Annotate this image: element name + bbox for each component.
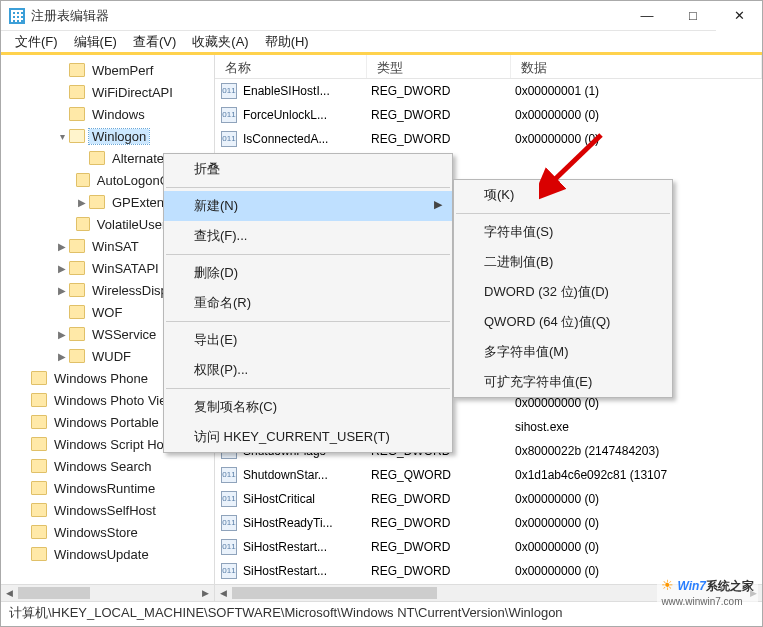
folder-icon [31, 371, 47, 385]
tree-item[interactable]: WindowsUpdate [1, 543, 214, 565]
tree-item[interactable]: WindowsRuntime [1, 477, 214, 499]
statusbar: 计算机\HKEY_LOCAL_MACHINE\SOFTWARE\Microsof… [1, 601, 762, 623]
value-name: ShutdownStar... [243, 468, 328, 482]
binary-value-icon: 011 [221, 539, 237, 555]
value-data: sihost.exe [511, 420, 762, 434]
menu-item[interactable]: 编辑(E) [66, 31, 125, 53]
menu-item[interactable]: 导出(E) [164, 325, 452, 355]
value-type: REG_DWORD [367, 540, 511, 554]
menu-separator [166, 388, 450, 389]
folder-icon [69, 305, 85, 319]
folder-icon [69, 63, 85, 77]
tree-item[interactable]: Windows [1, 103, 214, 125]
menu-item[interactable]: 收藏夹(A) [184, 31, 256, 53]
menu-item[interactable]: DWORD (32 位)值(D) [454, 277, 672, 307]
expand-icon[interactable]: ▶ [55, 329, 69, 340]
menu-item[interactable]: 折叠 [164, 154, 452, 184]
tree-label: WinSATAPI [89, 261, 162, 276]
value-data: 0x00000000 (0) [511, 396, 762, 410]
folder-icon [69, 239, 85, 253]
tree-item[interactable]: WindowsSelfHost [1, 499, 214, 521]
menu-item[interactable]: 查看(V) [125, 31, 184, 53]
menu-item[interactable]: 重命名(R) [164, 288, 452, 318]
folder-icon [69, 327, 85, 341]
folder-icon [31, 393, 47, 407]
tree-item[interactable]: WindowsStore [1, 521, 214, 543]
menu-item[interactable]: 权限(P)... [164, 355, 452, 385]
folder-icon [69, 261, 85, 275]
tree-scroll-x[interactable]: ◀ ▶ [1, 584, 214, 601]
list-row[interactable]: 011SiHostRestart...REG_DWORD0x00000000 (… [215, 535, 762, 559]
scroll-right-icon[interactable]: ▶ [197, 585, 214, 601]
menu-separator [166, 187, 450, 188]
submenu-arrow-icon: ▶ [434, 198, 442, 211]
header-type[interactable]: 类型 [367, 55, 511, 78]
tree-label: WSService [89, 327, 159, 342]
folder-icon [69, 283, 85, 297]
value-data: 0x8000022b (2147484203) [511, 444, 762, 458]
menu-separator [166, 254, 450, 255]
tree-label: Windows [89, 107, 148, 122]
folder-icon [31, 525, 47, 539]
menu-item[interactable]: 可扩充字符串值(E) [454, 367, 672, 397]
list-row[interactable]: 011SiHostReadyTi...REG_DWORD0x00000000 (… [215, 511, 762, 535]
scroll-left-icon[interactable]: ◀ [1, 585, 18, 601]
folder-icon [69, 85, 85, 99]
menu-item[interactable]: 访问 HKEY_CURRENT_USER(T) [164, 422, 452, 452]
folder-icon [69, 129, 85, 143]
expand-icon[interactable]: ▶ [75, 197, 89, 208]
tree-item[interactable]: WiFiDirectAPI [1, 81, 214, 103]
folder-icon [31, 503, 47, 517]
close-button[interactable]: ✕ [716, 1, 762, 31]
header-data[interactable]: 数据 [511, 55, 762, 78]
expand-icon[interactable]: ▶ [55, 285, 69, 296]
value-type: REG_DWORD [367, 516, 511, 530]
list-row[interactable]: 011SiHostCriticalREG_DWORD0x00000000 (0) [215, 487, 762, 511]
menu-item[interactable]: 复制项名称(C) [164, 392, 452, 422]
folder-icon [31, 437, 47, 451]
menu-item[interactable]: 新建(N)▶ [164, 191, 452, 221]
binary-value-icon: 011 [221, 467, 237, 483]
list-row[interactable]: 011ShutdownStar...REG_QWORD0x1d1ab4c6e09… [215, 463, 762, 487]
tree-item[interactable]: ▾Winlogon [1, 125, 214, 147]
scroll-left-icon[interactable]: ◀ [215, 585, 232, 601]
menu-item[interactable]: 文件(F) [7, 31, 66, 53]
menu-item[interactable]: 查找(F)... [164, 221, 452, 251]
maximize-button[interactable]: □ [670, 1, 716, 31]
list-row[interactable]: 011EnableSIHostI...REG_DWORD0x00000001 (… [215, 79, 762, 103]
context-menu-key[interactable]: 折叠新建(N)▶查找(F)...删除(D)重命名(R)导出(E)权限(P)...… [163, 153, 453, 453]
minimize-button[interactable]: — [624, 1, 670, 31]
list-row[interactable]: 011ForceUnlockL...REG_DWORD0x00000000 (0… [215, 103, 762, 127]
header-name[interactable]: 名称 [215, 55, 367, 78]
binary-value-icon: 011 [221, 515, 237, 531]
value-type: REG_DWORD [367, 132, 511, 146]
tree-item[interactable]: Windows Search [1, 455, 214, 477]
menu-item[interactable]: 帮助(H) [257, 31, 317, 53]
menu-item[interactable]: 二进制值(B) [454, 247, 672, 277]
value-type: REG_DWORD [367, 564, 511, 578]
binary-value-icon: 011 [221, 83, 237, 99]
menu-item[interactable]: 删除(D) [164, 258, 452, 288]
menu-item[interactable]: 多字符串值(M) [454, 337, 672, 367]
folder-icon [31, 459, 47, 473]
value-type: REG_DWORD [367, 108, 511, 122]
menu-item[interactable]: QWORD (64 位)值(Q) [454, 307, 672, 337]
value-name: IsConnectedA... [243, 132, 328, 146]
value-data: 0x00000001 (1) [511, 84, 762, 98]
menu-item[interactable]: 项(K) [454, 180, 672, 210]
tree-item[interactable]: WbemPerf [1, 59, 214, 81]
folder-icon [89, 151, 105, 165]
window-buttons: — □ ✕ [624, 1, 762, 31]
list-row[interactable]: 011IsConnectedA...REG_DWORD0x00000000 (0… [215, 127, 762, 151]
context-submenu-new[interactable]: 项(K)字符串值(S)二进制值(B)DWORD (32 位)值(D)QWORD … [453, 179, 673, 398]
menu-item[interactable]: 字符串值(S) [454, 217, 672, 247]
value-data: 0x00000000 (0) [511, 492, 762, 506]
value-name: ForceUnlockL... [243, 108, 327, 122]
folder-icon [76, 217, 90, 231]
expand-icon[interactable]: ▶ [55, 263, 69, 274]
value-name: SiHostCritical [243, 492, 315, 506]
expand-icon[interactable]: ▶ [55, 241, 69, 252]
expand-icon[interactable]: ▶ [55, 351, 69, 362]
folder-icon [69, 107, 85, 121]
expand-icon[interactable]: ▾ [55, 131, 69, 142]
